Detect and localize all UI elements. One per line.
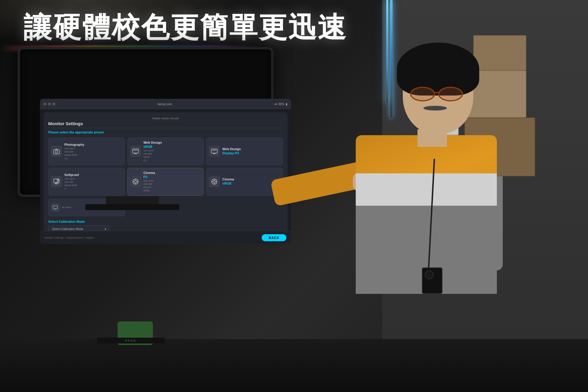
preset-card-softproof[interactable]: Softproof 160 cd/m²CIE D50Adobe RGBL* [48, 168, 125, 196]
camera-device [422, 267, 442, 294]
preset-info-photography: Photography 120 cd/m²CIE D65Adobe RGB2.2 [64, 143, 122, 160]
preset-info-cinema-p3: Cinema P3 120 cd/m²CIE D65DCI-P3sRGB [143, 171, 201, 192]
camera-lens [425, 270, 434, 279]
svg-rect-25 [53, 206, 58, 209]
monitor-logo-bar: BENQ [97, 338, 165, 344]
dropdown-chevron-icon: ▾ [105, 227, 106, 231]
preset-name-photography: Photography [64, 143, 122, 146]
preset-name-cinema-p3: Cinema [143, 171, 201, 175]
neon-vertical-light [386, 0, 388, 103]
person-mustache [423, 106, 447, 110]
monitor-stand [106, 196, 159, 205]
breadcrumb: Monitor Settings > Measurement > Report [45, 236, 94, 239]
person-hair [397, 43, 479, 96]
browser-window-controls [44, 103, 55, 105]
preset-prompt: Please select the appropriate preset. [48, 130, 283, 134]
svg-point-12 [57, 179, 59, 181]
back-button[interactable]: BACK [262, 234, 286, 241]
preset-name-webdesign-srgb: Web Design [143, 141, 201, 144]
monitor-logo-text: BENQ [125, 339, 136, 342]
preset-subname-webdesign-displayp3: Display-P3 [222, 151, 280, 155]
preset-subname-webdesign-srgb: sRGB [143, 145, 201, 148]
softproof-icon [51, 176, 62, 187]
monitor-base [85, 204, 179, 210]
browser-bar: benq.com ⇄ 89% ▮ [40, 99, 291, 109]
cardboard-box-large [473, 35, 526, 71]
preset-card-photography[interactable]: Photography 120 cd/m²CIE D65Adobe RGB2.2 [48, 138, 125, 165]
preset-name-webdesign-displayp3: Web Design [222, 147, 280, 151]
browser-url-bar[interactable]: benq.com [58, 102, 272, 106]
extra-preset-icon [51, 203, 60, 212]
svg-point-14 [134, 180, 137, 183]
preset-card-webdesign-srgb[interactable]: Web Design sRGB 120 cd/m²CIE D65sRGB2.2 [127, 138, 204, 165]
preset-info-webdesign-srgb: Web Design sRGB 120 cd/m²CIE D65sRGB2.2 [143, 141, 201, 162]
chinese-title: 讓硬體校色更簡單更迅速 [24, 9, 347, 47]
app-header-label: Palette Master Climate [48, 117, 283, 120]
battery-icon: ▮ [286, 103, 288, 106]
preset-sub-webdesign-srgb: 120 cd/m²CIE D65sRGB2.2 [143, 149, 201, 162]
preset-name-cinema-srgb: Cinema [222, 177, 280, 181]
person-head [403, 51, 473, 134]
webdesign-displayp3-icon [209, 146, 220, 157]
photography-icon [51, 146, 62, 157]
calibration-dropdown-text: Select Calibration Mode [52, 227, 83, 231]
svg-rect-6 [211, 149, 217, 153]
glasses-bridge [435, 92, 439, 93]
desk [0, 339, 588, 392]
webdesign-srgb-icon [130, 146, 141, 157]
preset-sub-softproof: 160 cd/m²CIE D50Adobe RGBL* [64, 177, 122, 190]
preset-sub-cinema-p3: 120 cd/m²CIE D65DCI-P3sRGB [143, 179, 201, 192]
svg-rect-2 [133, 149, 138, 153]
bottom-navigation: Monitor Settings > Measurement > Report … [40, 231, 291, 244]
calibration-label: Select Calibration Mode [48, 220, 283, 223]
preset-sub-photography: 120 cd/m²CIE D65Adobe RGB2.2 [64, 147, 122, 160]
preset-card-cinema-p3[interactable]: Cinema P3 120 cd/m²CIE D65DCI-P3sRGB [127, 168, 204, 196]
jacket-white-stripe [356, 173, 497, 206]
preset-card-webdesign-displayp3[interactable]: Web Design Display-P3 [206, 138, 283, 165]
preset-grid: Photography 120 cd/m²CIE D65Adobe RGB2.2 [48, 138, 283, 196]
battery-percent: 89% [278, 103, 284, 106]
svg-point-1 [55, 151, 58, 153]
svg-rect-0 [54, 150, 59, 154]
preset-subname-cinema-p3: P3 [143, 175, 201, 179]
browser-dot-2 [48, 103, 51, 105]
glasses-right [438, 87, 463, 101]
browser-dot-1 [44, 103, 46, 105]
monitor-screen: benq.com ⇄ 89% ▮ Palette Master Climate … [40, 99, 291, 244]
wifi-icon: ⇄ [275, 103, 277, 106]
app-title: Monitor Settings [48, 121, 283, 128]
browser-dot-3 [52, 103, 55, 105]
cinema-srgb-icon [209, 176, 220, 187]
preset-info-softproof: Softproof 160 cd/m²CIE D50Adobe RGBL* [64, 173, 122, 190]
glasses-left [410, 87, 435, 101]
browser-status-bar: ⇄ 89% ▮ [275, 103, 288, 106]
preset-card-cinema-srgb[interactable]: Cinema sRGB [206, 168, 283, 196]
preset-name-softproof: Softproof [64, 173, 122, 177]
preset-info-webdesign-displayp3: Web Design Display-P3 [222, 147, 280, 155]
svg-point-20 [213, 180, 216, 183]
app-panel: Palette Master Climate Monitor Settings … [44, 112, 288, 240]
neon-light-strip [390, 0, 392, 118]
cinema-p3-icon [130, 176, 141, 187]
monitor-frame: benq.com ⇄ 89% ▮ Palette Master Climate … [18, 47, 273, 197]
